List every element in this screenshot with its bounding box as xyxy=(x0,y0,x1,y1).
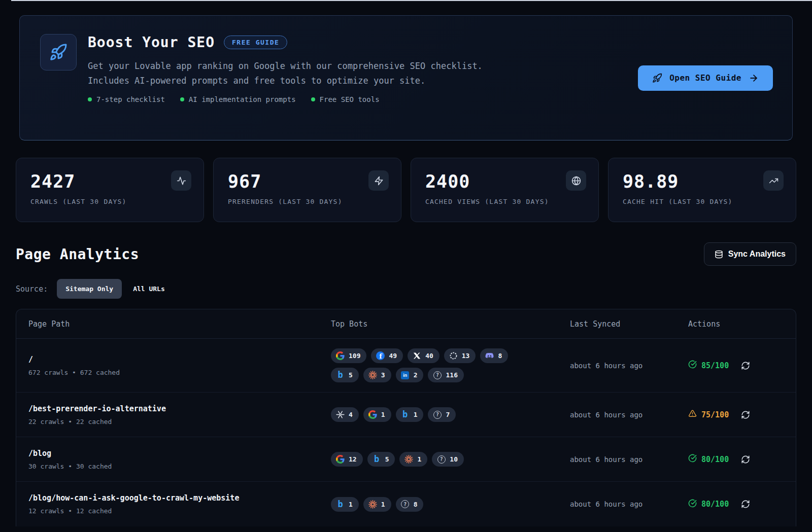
unknown-icon: ? xyxy=(401,500,410,509)
sync-analytics-button[interactable]: Sync Analytics xyxy=(704,242,796,266)
arrow-right-icon xyxy=(749,73,759,83)
stat-label: PRERENDERS (LAST 30 DAYS) xyxy=(228,198,387,205)
trending-up-icon xyxy=(763,170,784,191)
bot-badges: b11?8 xyxy=(331,497,535,512)
anthropic-icon xyxy=(404,455,413,464)
stat-value: 2427 xyxy=(30,171,189,192)
green-dot-icon xyxy=(311,97,315,101)
page-analytics-table: Page Path Top Bots Last Synced Actions /… xyxy=(16,309,796,526)
refresh-icon xyxy=(741,500,750,509)
table-row: /blog 30 crawls • 30 cached 12b51?10 abo… xyxy=(16,437,796,482)
warning-triangle-icon xyxy=(688,409,697,418)
page-path[interactable]: /blog/how-can-i-ask-google-to-crawl-my-w… xyxy=(28,493,331,503)
stat-card-prerenders: 967 PRERENDERS (LAST 30 DAYS) xyxy=(213,158,401,222)
rocket-icon xyxy=(40,34,77,70)
bot-badge-anthropic: 3 xyxy=(363,368,391,382)
google-icon xyxy=(368,410,377,419)
last-synced: about 6 hours ago xyxy=(570,455,688,464)
stat-label: CACHED VIEWS (LAST 30 DAYS) xyxy=(425,198,584,205)
google-icon xyxy=(336,455,345,464)
bot-badge-unknown: ?10 xyxy=(432,452,464,467)
seo-score-badge: 80/100 xyxy=(688,454,729,465)
top-divider xyxy=(11,0,812,1)
page-title: Page Analytics xyxy=(16,246,139,263)
bot-badge-unknown: ?8 xyxy=(396,497,424,512)
table-header: Page Path Top Bots Last Synced Actions xyxy=(16,309,796,339)
discord-icon xyxy=(485,351,494,360)
bot-badge-google: 109 xyxy=(331,348,366,363)
stat-label: CACHE HIT (LAST 30 DAYS) xyxy=(623,198,782,205)
page-path[interactable]: /blog xyxy=(28,449,331,458)
column-last-synced: Last Synced xyxy=(570,320,688,329)
activity-icon xyxy=(171,170,191,191)
feature-item: 7-step checklist xyxy=(88,95,165,103)
banner-title: Boost Your SEO xyxy=(88,34,215,51)
bot-badge-bing: b1 xyxy=(396,407,424,422)
zap-icon xyxy=(368,170,389,191)
bot-badge-linkedin: in2 xyxy=(396,368,424,382)
green-dot-icon xyxy=(88,97,92,101)
stat-card-cached-views: 2400 CACHED VIEWS (LAST 30 DAYS) xyxy=(411,158,599,222)
google-icon xyxy=(336,351,345,360)
bot-badges: 109f4940138b53in2?116 xyxy=(331,348,535,382)
column-page-path: Page Path xyxy=(28,320,331,329)
page-meta: 30 crawls • 30 cached xyxy=(28,463,331,470)
open-seo-guide-button[interactable]: Open SEO Guide xyxy=(638,65,773,91)
check-circle-icon xyxy=(688,454,697,463)
perplexity-icon xyxy=(336,410,345,419)
stat-label: CRAWLS (LAST 30 DAYS) xyxy=(30,198,189,205)
source-option-all-urls[interactable]: All URLs xyxy=(131,279,167,299)
free-guide-badge: FREE GUIDE xyxy=(224,36,287,49)
last-synced: about 6 hours ago xyxy=(570,411,688,419)
bot-badge-bing: b1 xyxy=(331,497,359,512)
bot-badge-openai: 13 xyxy=(444,348,476,363)
stat-value: 967 xyxy=(228,171,387,192)
stat-value: 98.89 xyxy=(623,171,782,192)
check-circle-icon xyxy=(688,499,697,508)
banner-features: 7-step checklist AI implementation promp… xyxy=(88,95,627,103)
refresh-button[interactable] xyxy=(740,499,751,510)
bot-badge-bing: b5 xyxy=(331,368,359,382)
refresh-button[interactable] xyxy=(740,409,751,420)
bot-badge-x: 40 xyxy=(408,348,439,363)
facebook-icon: f xyxy=(376,351,385,360)
unknown-icon: ? xyxy=(433,410,442,419)
bot-badge-bing: b5 xyxy=(367,452,395,467)
seo-score-badge: 75/100 xyxy=(688,409,729,420)
rocket-icon xyxy=(652,73,662,83)
bot-badge-unknown: ?116 xyxy=(428,368,463,382)
last-synced: about 6 hours ago xyxy=(570,500,688,508)
bot-badge-facebook: f49 xyxy=(371,348,403,363)
bot-badge-unknown: ?7 xyxy=(428,407,456,422)
bot-badge-anthropic: 1 xyxy=(399,452,427,467)
bing-icon: b xyxy=(373,455,381,464)
bot-badge-google: 12 xyxy=(331,452,363,467)
source-label: Source: xyxy=(16,285,48,294)
refresh-icon xyxy=(741,361,750,370)
bot-badges: 41b1?7 xyxy=(331,407,535,422)
last-synced: about 6 hours ago xyxy=(570,362,688,370)
bing-icon: b xyxy=(401,410,410,419)
column-top-bots: Top Bots xyxy=(331,320,570,329)
x-icon xyxy=(413,351,421,360)
check-circle-icon xyxy=(688,360,697,369)
refresh-button[interactable] xyxy=(740,454,751,465)
table-row: /best-prerender-io-alternative 22 crawls… xyxy=(16,393,796,437)
page-meta: 22 crawls • 22 cached xyxy=(28,418,331,425)
linkedin-icon: in xyxy=(401,371,410,379)
source-option-sitemap-only[interactable]: Sitemap Only xyxy=(57,279,122,299)
stat-card-cache-hit: 98.89 CACHE HIT (LAST 30 DAYS) xyxy=(608,158,796,222)
page-path[interactable]: /best-prerender-io-alternative xyxy=(28,404,331,413)
bot-badge-perplexity: 4 xyxy=(331,407,359,422)
feature-item: AI implementation prompts xyxy=(180,95,296,103)
bing-icon: b xyxy=(336,500,345,509)
page-path[interactable]: / xyxy=(28,355,331,364)
refresh-button[interactable] xyxy=(740,360,751,371)
globe-icon xyxy=(566,170,586,191)
openai-icon xyxy=(449,351,458,360)
table-row: / 672 crawls • 672 cached 109f4940138b53… xyxy=(16,339,796,393)
page-meta: 672 crawls • 672 cached xyxy=(28,369,331,376)
feature-item: Free SEO tools xyxy=(311,95,380,103)
database-icon xyxy=(715,250,723,259)
green-dot-icon xyxy=(180,97,184,101)
